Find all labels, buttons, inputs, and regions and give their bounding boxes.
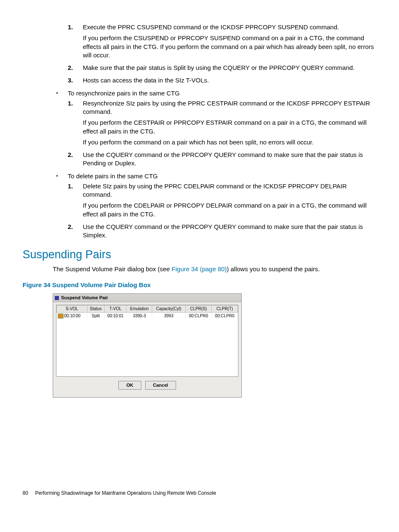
step-text: Resynchronize SIz pairs by using the PPR… [83, 100, 370, 115]
bullet-delete: To delete pairs in the same CTG 1. Delet… [53, 172, 376, 240]
intro-a: The Suspend Volume Pair dialog box (see [53, 265, 171, 272]
step-num: 1. [68, 99, 73, 108]
step-2: 2. Use the CQUERY command or the PPRCOPY… [68, 151, 376, 168]
cell-clprt: 00:CLPR0 [212, 312, 238, 319]
bullet-text: To delete pairs in the same CTG [68, 172, 158, 180]
pair-table: S-VOL Status T-VOL Emulation Capacity(Cy… [56, 305, 238, 377]
step-num: 1. [68, 23, 73, 31]
step-num: 2. [68, 223, 73, 231]
cell-svol: 00:10:00 [64, 314, 81, 318]
step-1: 1. Execute the PPRC CSUSPEND command or … [68, 23, 376, 59]
col-status[interactable]: Status [87, 306, 104, 313]
volume-icon [58, 314, 64, 319]
cell-emulation: 3390-3 [127, 312, 152, 319]
page-number: 80 [23, 490, 28, 496]
window-icon [55, 296, 59, 300]
cell-tvol: 00:10:01 [104, 312, 127, 319]
figure-link[interactable]: Figure 34 (page 80) [171, 265, 227, 272]
step-detail: If you perform the CSUSPEND or PPRCOPY S… [83, 34, 376, 59]
step-text: Delete SIz pairs by using the PPRC CDELP… [83, 182, 347, 198]
dialog-title: Suspend Volume Pair [61, 295, 108, 301]
step-1: 1. Delete SIz pairs by using the PPRC CD… [68, 182, 376, 218]
step-1: 1. Resynchronize SIz pairs by using the … [68, 99, 376, 146]
section-heading: Suspending Pairs [23, 247, 376, 262]
step-num: 3. [68, 76, 73, 85]
step-text: Make sure that the pair status is Split … [83, 64, 355, 71]
intro-paragraph: The Suspend Volume Pair dialog box (see … [53, 265, 376, 273]
cell-status: Split [87, 312, 104, 319]
step-text: Use the CQUERY command or the PPRCOPY QU… [83, 151, 363, 167]
step-2: 2. Make sure that the pair status is Spl… [68, 64, 376, 72]
col-tvol[interactable]: T-VOL [104, 306, 127, 313]
cell-capacity: 3993 [152, 312, 186, 319]
table-row[interactable]: 00:10:00 Split 00:10:01 3390-3 3993 00:C… [57, 312, 238, 319]
cancel-button[interactable]: Cancel [145, 381, 176, 390]
step-num: 1. [68, 182, 73, 190]
intro-b: ) allows you to suspend the pairs. [227, 265, 320, 272]
table-header-row: S-VOL Status T-VOL Emulation Capacity(Cy… [57, 306, 238, 313]
step-text: Use the CQUERY command or the PPRCOPY QU… [83, 223, 363, 239]
col-svol[interactable]: S-VOL [57, 306, 87, 313]
bullet-text: To resynchronize pairs in the same CTG [68, 90, 180, 97]
col-clprt[interactable]: CLPR(T) [212, 306, 238, 313]
step-detail: If you perform the CDELPAIR or PPRCOPY D… [83, 201, 376, 218]
step-text: Execute the PPRC CSUSPEND command or the… [83, 23, 339, 31]
footer-title: Performing ShadowImage for Mainframe Ope… [35, 490, 216, 496]
dialog-buttons: OK Cancel [53, 381, 241, 390]
step-detail: If you perform the command on a pair whi… [83, 138, 376, 146]
cell-clprs: 00:CLPR0 [185, 312, 212, 319]
ok-button[interactable]: OK [118, 381, 141, 390]
dialog-titlebar: Suspend Volume Pair [53, 294, 241, 302]
step-3: 3. Hosts can access the data in the SIz … [68, 76, 376, 85]
figure-caption: Figure 34 Suspend Volume Pair Dialog Box [23, 281, 376, 289]
step-num: 2. [68, 151, 73, 159]
step-2: 2. Use the CQUERY command or the PPRCOPY… [68, 223, 376, 240]
step-text: Hosts can access the data in the SIz T-V… [83, 77, 209, 84]
col-clprs[interactable]: CLPR(S) [185, 306, 212, 313]
bullet-resync: To resynchronize pairs in the same CTG 1… [53, 89, 376, 168]
col-capacity[interactable]: Capacity(Cyl) [152, 306, 186, 313]
page-footer: 80 Performing ShadowImage for Mainframe … [23, 490, 376, 496]
col-emulation[interactable]: Emulation [127, 306, 152, 313]
step-num: 2. [68, 64, 73, 72]
step-detail: If you perform the CESTPAIR or PPRCOPY E… [83, 118, 376, 136]
suspend-volume-pair-dialog: Suspend Volume Pair S-VOL Status T-VOL E… [53, 293, 242, 398]
